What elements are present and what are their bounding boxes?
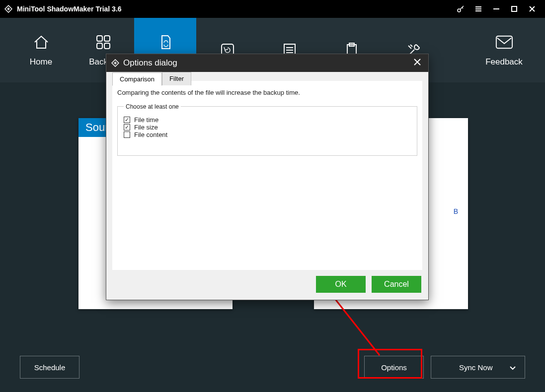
dialog-header: Options dialog bbox=[106, 54, 428, 72]
choose-fieldset: Choose at least one ✓ File time ✓ File s… bbox=[117, 106, 417, 156]
nav-feedback[interactable]: Feedback bbox=[473, 18, 535, 82]
dialog-close-icon[interactable] bbox=[411, 58, 423, 68]
check-label: File time bbox=[134, 116, 158, 124]
nav-label: Home bbox=[30, 57, 52, 67]
home-icon bbox=[32, 33, 50, 51]
ok-button[interactable]: OK bbox=[316, 276, 366, 293]
sync-now-label: Sync Now bbox=[459, 363, 493, 372]
nav-home[interactable]: Home bbox=[10, 18, 72, 82]
checkbox-icon: ✓ bbox=[124, 117, 130, 123]
cancel-button[interactable]: Cancel bbox=[372, 276, 421, 293]
nav-label: Feedback bbox=[485, 57, 523, 67]
check-label: File content bbox=[134, 131, 167, 138]
schedule-button[interactable]: Schedule bbox=[20, 356, 79, 379]
tab-content: Comparing the contents of the file will … bbox=[112, 81, 422, 161]
options-dialog: Options dialog Comparison Filter Compari… bbox=[106, 54, 429, 300]
mail-icon bbox=[495, 33, 513, 51]
file-sync-icon bbox=[156, 33, 174, 51]
titlebar: MiniTool ShadowMaker Trial 3.6 bbox=[0, 0, 545, 18]
app-title: MiniTool ShadowMaker Trial 3.6 bbox=[17, 5, 122, 13]
dialog-footer: OK Cancel bbox=[106, 276, 428, 300]
svg-rect-5 bbox=[104, 43, 110, 49]
caret-down-icon bbox=[510, 363, 516, 372]
key-icon[interactable] bbox=[452, 0, 469, 18]
bottom-bar: Schedule Options Sync Now bbox=[0, 342, 545, 392]
sync-now-button[interactable]: Sync Now bbox=[431, 356, 525, 379]
dialog-logo-icon bbox=[111, 59, 119, 67]
check-file-content[interactable]: File content bbox=[124, 131, 411, 138]
dialog-description: Comparing the contents of the file will … bbox=[117, 89, 417, 96]
check-file-size[interactable]: ✓ File size bbox=[124, 124, 411, 131]
grid-icon bbox=[94, 33, 112, 51]
check-label: File size bbox=[134, 124, 158, 131]
check-file-time[interactable]: ✓ File time bbox=[124, 116, 411, 124]
svg-rect-4 bbox=[97, 43, 102, 49]
tab-comparison[interactable]: Comparison bbox=[112, 72, 162, 86]
svg-rect-10 bbox=[496, 36, 512, 49]
svg-rect-1 bbox=[512, 6, 517, 11]
dialog-body: Comparison Filter Comparing the contents… bbox=[112, 81, 422, 270]
svg-rect-3 bbox=[104, 36, 110, 41]
dialog-title: Options dialog bbox=[123, 58, 177, 68]
options-button[interactable]: Options bbox=[364, 356, 424, 379]
tab-filter[interactable]: Filter bbox=[162, 72, 191, 85]
dialog-tabs: Comparison Filter bbox=[112, 72, 191, 85]
svg-rect-2 bbox=[97, 36, 102, 41]
app-logo-icon bbox=[4, 4, 13, 13]
checkbox-icon bbox=[124, 131, 130, 138]
close-icon[interactable] bbox=[523, 0, 541, 18]
menu-icon[interactable] bbox=[469, 0, 487, 18]
checkbox-icon: ✓ bbox=[124, 124, 130, 131]
maximize-icon[interactable] bbox=[505, 0, 523, 18]
fieldset-legend: Choose at least one bbox=[124, 103, 181, 110]
minimize-icon[interactable] bbox=[487, 0, 505, 18]
